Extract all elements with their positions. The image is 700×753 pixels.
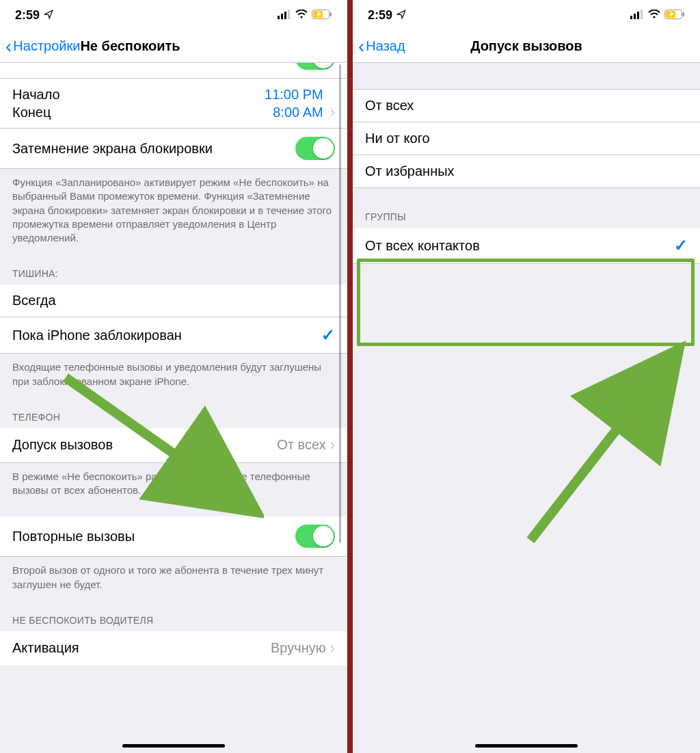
section-driver: НЕ БЕСПОКОИТЬ ВОДИТЕЛЯ [0, 601, 347, 631]
toggle-dim-lock[interactable] [295, 137, 335, 160]
cell-signal-icon [630, 8, 644, 23]
svg-line-17 [530, 356, 674, 540]
scrollbar[interactable] [339, 64, 341, 543]
home-indicator [475, 744, 578, 748]
row-label: Допуск вызовов [12, 437, 113, 453]
row-option-noone[interactable]: Ни от кого [353, 122, 700, 155]
scheduled-footer: Функция «Запланировано» активирует режим… [0, 169, 347, 254]
row-label: От всех контактов [365, 238, 480, 254]
cell-signal-icon [278, 8, 291, 23]
page-title: Не беспокоить [80, 38, 180, 54]
row-value: От всех [277, 437, 325, 453]
location-icon [44, 8, 53, 23]
row-scheduled[interactable]: Запланировано [0, 63, 347, 79]
svg-rect-9 [630, 16, 632, 19]
section-phone: ТЕЛЕФОН [0, 398, 347, 428]
nav-bar: ‹ Назад Допуск вызовов [353, 30, 700, 63]
row-repeated-calls[interactable]: Повторные вызовы [0, 516, 347, 557]
end-value: 8:00 AM [273, 105, 323, 120]
row-label: Ни от кого [365, 131, 430, 146]
row-allow-calls[interactable]: Допуск вызовов От всех › [0, 428, 347, 463]
svg-rect-2 [284, 12, 286, 19]
row-label: Активация [12, 640, 79, 656]
battery-icon [312, 8, 332, 23]
svg-rect-1 [281, 14, 283, 19]
svg-rect-10 [634, 14, 636, 19]
end-label: Конец [12, 105, 51, 120]
nav-bar: ‹ Настройки Не беспокоить [0, 30, 347, 63]
battery-icon [664, 8, 685, 23]
checkmark-icon: ✓ [321, 326, 335, 345]
chevron-left-icon: ‹ [358, 37, 364, 56]
row-silence-locked[interactable]: Пока iPhone заблокирован ✓ [0, 317, 347, 354]
svg-rect-0 [278, 16, 280, 19]
row-option-all-contacts[interactable]: От всех контактов ✓ [353, 228, 700, 264]
row-activation[interactable]: Активация Вручную › [0, 631, 347, 665]
toggle-repeated[interactable] [295, 525, 335, 548]
home-indicator [122, 744, 225, 748]
section-silence: ТИШИНА: [0, 254, 347, 285]
location-icon [396, 8, 406, 23]
back-button[interactable]: ‹ Настройки [0, 37, 80, 56]
annotation-arrow [510, 321, 695, 554]
repeated-footer: Второй вызов от одного и того же абонент… [0, 557, 347, 601]
row-label: Пока iPhone заблокирован [12, 328, 182, 343]
row-option-favorites[interactable]: От избранных [353, 155, 700, 188]
svg-rect-12 [641, 10, 643, 19]
chevron-left-icon: ‹ [5, 37, 12, 56]
toggle-scheduled[interactable] [295, 63, 335, 70]
back-button[interactable]: ‹ Назад [353, 37, 405, 56]
status-bar: 2:59 [353, 0, 700, 30]
section-groups: ГРУППЫ [353, 188, 700, 228]
chevron-right-icon: › [330, 436, 335, 454]
checkmark-icon: ✓ [674, 236, 688, 255]
back-label: Назад [366, 38, 405, 54]
back-label: Настройки [13, 38, 80, 54]
chevron-right-icon: › [330, 103, 335, 121]
row-label: Затемнение экрана блокировки [12, 141, 213, 157]
status-bar: 2:59 [0, 0, 347, 30]
row-silence-always[interactable]: Всегда [0, 285, 347, 317]
row-dim-lock[interactable]: Затемнение экрана блокировки [0, 129, 347, 169]
svg-point-4 [300, 16, 302, 18]
row-time-range[interactable]: Начало 11:00 PM › Конец 8:00 AM › [0, 79, 347, 129]
start-value: 11:00 PM [265, 87, 323, 103]
allow-calls-footer: В режиме «Не беспокоить» разрешить входя… [0, 463, 347, 507]
screenshot-divider [347, 0, 353, 753]
row-label: От избранных [365, 163, 455, 179]
row-value: Вручную [271, 640, 326, 656]
svg-rect-11 [637, 12, 639, 19]
row-label: Повторные вызовы [12, 529, 135, 544]
row-label: От всех [365, 98, 414, 114]
row-option-everyone[interactable]: От всех [353, 89, 700, 122]
start-label: Начало [12, 87, 60, 103]
wifi-icon [648, 8, 660, 23]
svg-point-13 [653, 16, 655, 18]
status-time: 2:59 [15, 8, 40, 23]
svg-rect-6 [330, 12, 332, 16]
silence-footer: Входящие телефонные вызовы и уведомления… [0, 354, 347, 398]
svg-rect-3 [288, 10, 290, 19]
row-label: Всегда [12, 293, 56, 308]
wifi-icon [295, 8, 308, 23]
chevron-right-icon: › [330, 639, 335, 657]
svg-rect-15 [683, 12, 685, 16]
status-time: 2:59 [368, 8, 392, 23]
